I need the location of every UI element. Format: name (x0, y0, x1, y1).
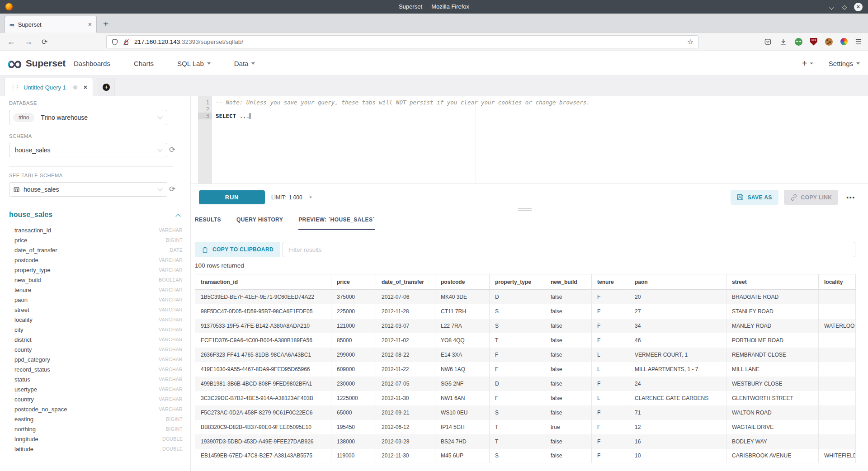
schema-column-row: new_buildBOOLEAN (14, 275, 183, 285)
add-menu-button[interactable]: + (802, 58, 813, 69)
results-header-cell[interactable]: postcode (435, 274, 490, 290)
table-cell: CLARENCE GATE GARDENS (629, 391, 726, 405)
refresh-tables-icon[interactable]: ⟳ (169, 185, 175, 193)
results-header-cell[interactable]: price (331, 274, 376, 290)
schema-column-name: record_status (14, 366, 50, 373)
results-header-cell[interactable]: date_of_transfer (376, 274, 435, 290)
table-cell: F (592, 434, 629, 449)
table-cell: 2012-06-12 (376, 420, 435, 434)
drag-handle-icon[interactable]: ⋮⋮ (10, 84, 19, 90)
results-header-cell[interactable]: paon (629, 274, 726, 290)
query-tab-close-icon[interactable]: × (84, 84, 87, 91)
filter-results-input[interactable] (283, 242, 855, 257)
schema-column-type: VARCHAR (159, 396, 183, 402)
schema-column-name: postcode_no_space (14, 406, 67, 413)
asterisk-extension-icon[interactable] (840, 38, 848, 45)
table-cell: D (490, 290, 545, 304)
table-cell: IP14 5GH (435, 420, 490, 434)
schema-column-type: VARCHAR (159, 297, 183, 302)
table-cell: 91370533-19F5-47FE-B142-A380A8ADA210 (195, 319, 331, 333)
more-options-icon[interactable]: ••• (846, 194, 855, 201)
schema-column-name: property_type (14, 267, 51, 273)
bookmark-star-icon[interactable]: ☆ (687, 38, 693, 46)
copy-link-button[interactable]: COPY LINK (784, 190, 839, 205)
superset-brand[interactable]: ∞ Superset (7, 51, 66, 75)
privacy-extension-icon[interactable] (795, 38, 802, 46)
table-cell: F (490, 348, 545, 362)
back-button[interactable]: ← (7, 33, 15, 51)
settings-menu-button[interactable]: Settings (829, 60, 860, 67)
schema-column-type: VARCHAR (159, 337, 183, 342)
table-cell: 225000 (331, 304, 376, 319)
refresh-schemas-icon[interactable]: ⟳ (169, 146, 175, 154)
results-tab-0[interactable]: RESULTS (195, 217, 221, 230)
schema-column-row: districtVARCHAR (14, 334, 183, 344)
table-select[interactable]: house_sales (9, 182, 167, 197)
shield-icon (111, 38, 118, 46)
run-button[interactable]: RUN (199, 190, 265, 204)
table-cell: 121000 (331, 319, 376, 333)
results-tabs: RESULTSQUERY HISTORYPREVIEW: `HOUSE_SALE… (195, 217, 375, 230)
download-icon[interactable] (779, 38, 787, 46)
query-tab-active[interactable]: ⋮⋮ Untitled Query 1 × (5, 78, 93, 96)
window-maximize-icon[interactable]: ◇ (842, 4, 847, 10)
gutter-line-number: 1 (198, 99, 212, 106)
lock-disabled-icon[interactable] (123, 38, 130, 46)
editor-code[interactable]: -- Note: Unless you save your query, the… (216, 99, 863, 119)
results-header-cell[interactable]: tenure (592, 274, 629, 290)
results-header-cell[interactable]: street (726, 274, 819, 290)
schema-column-name: longitude (14, 436, 38, 443)
nav-item-label: Data (234, 60, 249, 67)
table-cell: MILL LANE (726, 362, 819, 377)
table-cell: false (545, 362, 592, 377)
results-header-cell[interactable]: new_build (545, 274, 592, 290)
limit-dropdown[interactable]: LIMIT: 1 000 (271, 190, 312, 204)
window-minimize-icon[interactable] (830, 5, 835, 9)
browser-tab-title: Superset (18, 21, 88, 28)
hamburger-menu-icon[interactable]: ☰ (855, 38, 862, 46)
browser-tab[interactable]: ∞ Superset × (5, 16, 97, 33)
table-cell: REMBRANDT CLOSE (726, 348, 819, 362)
results-tab-1[interactable]: QUERY HISTORY (236, 217, 283, 230)
schema-column-row: northingBIGINT (14, 424, 183, 434)
nav-item-charts[interactable]: Charts (134, 60, 154, 67)
reload-button[interactable]: ⟳ (42, 33, 47, 51)
results-header-cell[interactable]: locality (819, 274, 856, 290)
forward-button[interactable]: → (24, 33, 33, 51)
schema-column-type: VARCHAR (159, 347, 183, 352)
table-cell: F (490, 391, 545, 405)
table-row: 91370533-19F5-47FE-B142-A380A8ADA2101210… (195, 319, 856, 333)
nav-item-dashboards[interactable]: Dashboards (74, 60, 110, 67)
cookie-extension-icon[interactable] (825, 38, 833, 46)
schema-select[interactable]: house_sales (9, 143, 167, 157)
tab-close-icon[interactable]: × (88, 21, 92, 28)
nav-item-sql-lab[interactable]: SQL Lab (177, 60, 211, 67)
url-bar[interactable]: 217.160.120.143:32393/superset/sqllab/ ☆ (106, 35, 698, 48)
schema-column-row: countryVARCHAR (14, 394, 183, 404)
pocket-icon[interactable] (764, 38, 772, 46)
schema-column-type: VARCHAR (159, 406, 183, 412)
schema-column-name: county (14, 346, 32, 353)
results-tab-2[interactable]: PREVIEW: `HOUSE_SALES` (298, 217, 375, 230)
pane-resize-handle[interactable] (518, 207, 532, 212)
sqllab-main: DATABASE trino Trino warehouse SCHEMA ho… (0, 96, 868, 471)
schema-column-row: countyVARCHAR (14, 344, 183, 354)
save-as-button[interactable]: SAVE AS (731, 190, 778, 205)
new-tab-button[interactable]: + (103, 18, 108, 30)
table-cell: 85000 (331, 333, 376, 348)
copy-to-clipboard-button[interactable]: COPY TO CLIPBOARD (195, 242, 280, 257)
table-cell: false (545, 304, 592, 319)
ublock-extension-icon[interactable]: uB (810, 38, 817, 46)
new-query-tab-button[interactable]: + (98, 78, 115, 96)
window-close-icon[interactable]: × (854, 3, 863, 11)
chevron-up-icon[interactable] (175, 214, 180, 219)
results-header-cell[interactable]: transaction_id (195, 274, 331, 290)
results-header-cell[interactable]: property_type (490, 274, 545, 290)
table-cell: WALTON ROAD (726, 405, 819, 420)
schema-column-name: transaction_id (14, 227, 51, 234)
table-cell: PORTHOLME ROAD (726, 333, 819, 348)
sql-editor[interactable]: 123 -- Note: Unless you save your query,… (191, 96, 868, 184)
schema-column-row: priceBIGINT (14, 235, 183, 245)
database-select[interactable]: trino Trino warehouse (9, 110, 167, 125)
nav-item-data[interactable]: Data (234, 60, 255, 67)
